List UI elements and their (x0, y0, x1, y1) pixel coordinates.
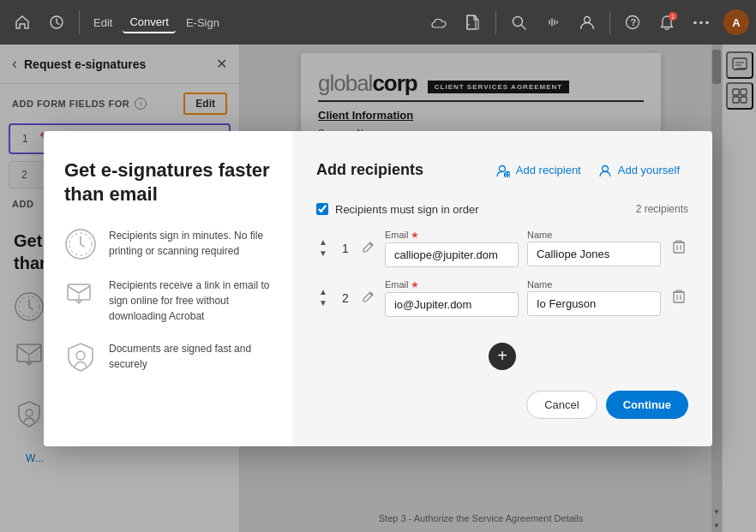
recipient-form-row-2: ▲ ▼ 2 Email ★ (316, 279, 688, 317)
notification-btn[interactable]: 1 (651, 7, 682, 38)
home-btn[interactable] (7, 7, 38, 38)
recipient-2-email-group: Email ★ (385, 279, 519, 317)
modal-promo-item-2-text: Recipients receive a link in email to si… (109, 278, 272, 324)
recipient-2-form-num: 2 (339, 291, 352, 305)
recipient-1-email-label: Email ★ (385, 230, 519, 241)
modal-promo-item-3-text: Documents are signed fast and securely (109, 341, 272, 372)
sign-order-checkbox[interactable] (316, 203, 328, 215)
toolbar-divider-3 (609, 10, 610, 34)
search-btn[interactable] (503, 7, 534, 38)
svg-point-8 (693, 21, 697, 24)
toolbar-divider-1 (79, 10, 80, 34)
modal-promo-item-2: Recipients receive a link in email to si… (64, 278, 272, 324)
more-btn[interactable] (686, 7, 717, 38)
recipient-1-delete-btn[interactable] (669, 236, 688, 260)
required-star-2: ★ (411, 279, 419, 290)
modal-overlay: Get e-signatures faster than email Recip… (0, 45, 756, 532)
svg-point-25 (76, 351, 85, 360)
modal-header: Add recipients Add recipient (316, 158, 688, 182)
svg-point-3 (513, 16, 522, 26)
recipient-1-name-group: Name (527, 230, 661, 266)
sign-order-row: Recipients must sign in order 2 recipien… (316, 203, 688, 216)
add-more-btn[interactable]: + (489, 343, 516, 370)
arrow-down-1[interactable]: ▼ (316, 248, 330, 259)
sign-order-label: Recipients must sign in order (335, 203, 629, 216)
avatar[interactable]: A (723, 9, 749, 35)
edit-btn[interactable]: Edit (87, 13, 119, 33)
modal-clock-icon (64, 228, 97, 260)
modal-footer: Cancel Continue (316, 377, 688, 419)
cancel-btn[interactable]: Cancel (526, 391, 597, 419)
modal-title: Add recipients (316, 161, 488, 179)
toolbar-right: ▾ ? (423, 7, 749, 38)
help-btn[interactable]: ? (617, 7, 648, 38)
modal-promo-item-3: Documents are signed fast and securely (64, 341, 272, 374)
toolbar: Edit Convert E-Sign ▾ (0, 0, 756, 45)
modal-promo-item-1-text: Recipients sign in minutes. No file prin… (109, 228, 272, 259)
svg-rect-32 (674, 242, 684, 253)
recipient-2-edit-icon[interactable] (361, 289, 376, 307)
arrow-down-2[interactable]: ▼ (316, 298, 330, 308)
svg-text:?: ? (631, 17, 637, 27)
main-area: ‹ Request e-signatures ✕ ADD FORM FIELDS… (0, 45, 756, 532)
history-btn[interactable] (41, 7, 72, 38)
convert-btn[interactable]: Convert (123, 12, 176, 33)
arrow-up-2[interactable]: ▲ (316, 287, 330, 297)
arrow-controls-2: ▲ ▼ (316, 287, 330, 308)
modal-promo-title: Get e-signatures faster than email (64, 158, 272, 207)
svg-point-9 (699, 21, 703, 24)
required-star-1: ★ (411, 230, 419, 241)
recipient-2-name-group: Name (527, 279, 661, 316)
audio-btn[interactable] (537, 7, 568, 38)
modal-container: Get e-signatures faster than email Recip… (44, 131, 712, 446)
toolbar-divider-2 (495, 10, 496, 34)
arrow-up-1[interactable]: ▲ (316, 237, 330, 248)
esign-btn[interactable]: E-Sign (179, 13, 226, 33)
continue-btn[interactable]: Continue (606, 391, 688, 419)
add-yourself-btn[interactable]: Add yourself (590, 158, 688, 182)
modal-left: Get e-signatures faster than email Recip… (44, 131, 292, 446)
modal-email-icon (64, 278, 97, 310)
modal-promo-item-1: Recipients sign in minutes. No file prin… (64, 228, 272, 260)
recipient-1-name-label: Name (527, 230, 661, 240)
svg-text:▾: ▾ (468, 22, 470, 27)
svg-rect-36 (674, 292, 684, 302)
cloud-btn[interactable] (423, 7, 454, 38)
recipients-count: 2 recipients (636, 203, 688, 215)
recipient-2-delete-btn[interactable] (669, 286, 688, 310)
profile-btn[interactable] (572, 7, 603, 38)
recipient-2-email-input[interactable] (385, 292, 519, 317)
recipient-1-email-input[interactable] (385, 242, 519, 267)
recipient-2-name-label: Name (527, 279, 661, 290)
recipient-1-form-num: 1 (339, 242, 352, 255)
svg-point-5 (585, 17, 591, 23)
arrow-controls-1: ▲ ▼ (316, 237, 330, 259)
recipient-1-email-group: Email ★ (385, 230, 519, 267)
modal-shield-icon (64, 341, 97, 374)
recipient-1-edit-icon[interactable] (361, 239, 376, 257)
recipient-2-email-label: Email ★ (385, 279, 519, 290)
notification-badge: 1 (669, 12, 677, 21)
recipient-form-row-1: ▲ ▼ 1 Email ★ (316, 230, 688, 267)
svg-line-4 (521, 25, 525, 29)
recipient-2-name-input[interactable] (527, 291, 661, 316)
add-recipient-btn[interactable]: Add recipient (488, 158, 590, 182)
recipient-1-name-input[interactable] (527, 242, 661, 266)
modal-right: Add recipients Add recipient (292, 131, 712, 446)
svg-point-10 (705, 21, 709, 24)
file-btn[interactable]: ▾ (458, 7, 489, 38)
